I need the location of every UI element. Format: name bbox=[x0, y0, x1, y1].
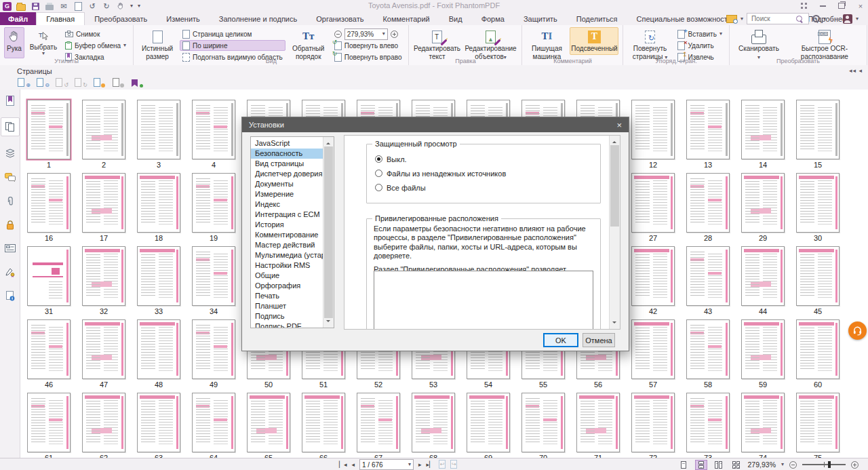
page-preview[interactable] bbox=[631, 246, 675, 306]
category-item[interactable]: Подпись PDF bbox=[251, 321, 323, 328]
dialog-close-icon[interactable]: × bbox=[614, 117, 625, 132]
page-preview[interactable] bbox=[192, 173, 235, 233]
page-thumbnail[interactable]: 63 bbox=[137, 393, 180, 458]
page-thumbnail[interactable]: 2 bbox=[82, 100, 125, 169]
category-item[interactable]: Орфография bbox=[251, 281, 323, 291]
signatures-panel-icon[interactable] bbox=[1, 265, 19, 279]
page-thumbnail[interactable]: 68 bbox=[412, 393, 455, 458]
page-preview[interactable] bbox=[686, 319, 730, 379]
category-item[interactable]: Печать bbox=[251, 291, 323, 301]
category-item[interactable]: Измерение bbox=[251, 189, 323, 199]
hand-tool-button[interactable]: Рука bbox=[4, 27, 24, 58]
page-thumbnail[interactable]: 14 bbox=[741, 100, 785, 169]
customize-qat-dropdown[interactable]: ▾ bbox=[138, 3, 140, 9]
page-preview[interactable] bbox=[741, 173, 785, 233]
undo-icon[interactable]: ↺ bbox=[87, 2, 97, 11]
collapse-all-panels-icon[interactable]: ◂◂ bbox=[849, 67, 856, 74]
page-thumbnail[interactable]: 16 bbox=[27, 173, 71, 242]
tab-8[interactable]: Форма bbox=[472, 12, 514, 25]
page-preview[interactable] bbox=[686, 393, 730, 452]
page-preview[interactable] bbox=[631, 319, 675, 379]
page-preview[interactable] bbox=[357, 393, 400, 452]
page-preview[interactable] bbox=[741, 319, 785, 379]
next-page-button[interactable]: ▸ bbox=[418, 461, 422, 468]
page-thumbnail[interactable]: 29 bbox=[741, 173, 785, 242]
page-thumbnail[interactable]: 15 bbox=[796, 100, 840, 169]
rotate-left-button[interactable]: ↺Повернуть влево bbox=[332, 40, 405, 51]
category-item[interactable]: Общие bbox=[251, 271, 323, 281]
zoom-percentage[interactable]: 279,93% bbox=[748, 461, 776, 469]
page-preview[interactable] bbox=[192, 246, 235, 306]
page-thumbnail[interactable]: 48 bbox=[137, 319, 180, 389]
open-file-icon[interactable] bbox=[16, 2, 26, 11]
zoom-slider[interactable] bbox=[802, 464, 846, 465]
print-icon[interactable] bbox=[45, 2, 54, 11]
zoom-dropdown[interactable]: ▾ bbox=[781, 462, 784, 467]
page-thumbnail[interactable]: 70 bbox=[521, 393, 565, 458]
protected-view-option[interactable]: Все файлы bbox=[375, 182, 506, 193]
enlarge-thumbnails-icon[interactable]: ⊕ bbox=[18, 77, 28, 87]
page-thumbnail[interactable]: 27 bbox=[631, 173, 675, 242]
page-thumbnail[interactable]: 59 bbox=[741, 319, 785, 389]
page-thumbnail[interactable]: 44 bbox=[741, 246, 785, 315]
category-item[interactable]: Вид страницы bbox=[251, 159, 323, 169]
page-thumbnail[interactable]: 71 bbox=[576, 393, 620, 458]
category-item[interactable]: Безопасность bbox=[251, 149, 323, 159]
fit-page-button[interactable]: Страница целиком bbox=[180, 28, 285, 39]
delete-pages-button[interactable]: ×Удалить bbox=[675, 40, 724, 51]
page-preview[interactable] bbox=[27, 393, 71, 452]
zoom-slider-thumb[interactable] bbox=[828, 461, 831, 468]
zoom-out-icon[interactable] bbox=[334, 31, 342, 38]
category-item[interactable]: Настройки RMS bbox=[251, 260, 323, 271]
page-thumbnail[interactable]: 57 bbox=[631, 319, 675, 389]
page-thumbnail[interactable]: 45 bbox=[796, 246, 840, 315]
last-page-button[interactable]: ▸▏ bbox=[427, 461, 434, 468]
page-thumbnail[interactable]: 34 bbox=[192, 246, 235, 315]
single-page-view-icon[interactable] bbox=[677, 460, 690, 470]
search-input[interactable] bbox=[750, 14, 796, 23]
continuous-view-icon[interactable] bbox=[695, 460, 707, 470]
page-preview[interactable] bbox=[796, 173, 840, 233]
select-tool-button[interactable]: T Выбрать▾ bbox=[27, 27, 60, 58]
tab-file[interactable]: Файл bbox=[0, 12, 36, 25]
category-item[interactable]: Документы bbox=[251, 179, 323, 189]
page-preview[interactable] bbox=[27, 173, 71, 233]
page-preview[interactable] bbox=[27, 246, 71, 306]
comments-panel-icon[interactable] bbox=[1, 170, 19, 184]
forward-chevron-icon[interactable]: ▹ bbox=[836, 15, 840, 22]
tab-3[interactable]: Изменить bbox=[157, 12, 210, 25]
fit-width-button[interactable]: По ширине bbox=[180, 40, 285, 51]
extract-page-tool-icon[interactable] bbox=[113, 77, 123, 87]
snapshot-button[interactable]: Снимок bbox=[62, 28, 129, 39]
hand-tool-dropdown[interactable]: ▾ bbox=[130, 3, 133, 9]
page-preview[interactable] bbox=[137, 100, 180, 159]
page-thumbnail[interactable]: 3 bbox=[137, 100, 180, 169]
tab-6[interactable]: Комментарий bbox=[373, 12, 439, 25]
page-thumbnail[interactable]: 33 bbox=[137, 246, 180, 315]
page-thumbnail[interactable]: 19 bbox=[192, 173, 235, 242]
tab-1[interactable]: Главная bbox=[36, 12, 85, 25]
tab-2[interactable]: Преобразовать bbox=[85, 12, 157, 25]
first-page-button[interactable]: ▏◂ bbox=[339, 461, 347, 468]
page-thumbnail[interactable]: 1 bbox=[27, 100, 71, 169]
bookmarks-panel-icon[interactable] bbox=[1, 94, 19, 107]
search-folder-icon[interactable] bbox=[726, 15, 737, 23]
page-preview[interactable] bbox=[82, 246, 125, 306]
fields-panel-icon[interactable] bbox=[1, 241, 19, 255]
page-preview[interactable] bbox=[247, 393, 290, 452]
tab-11[interactable]: Специальные возможности bbox=[627, 12, 741, 25]
page-preview[interactable] bbox=[302, 393, 345, 452]
edit-document-icon[interactable] bbox=[73, 2, 83, 11]
cancel-button[interactable]: Отмена bbox=[583, 333, 615, 347]
page-preview[interactable] bbox=[796, 319, 840, 379]
page-thumbnail[interactable]: 18 bbox=[137, 173, 180, 242]
page-preview[interactable] bbox=[741, 393, 785, 452]
tab-9[interactable]: Защитить bbox=[514, 12, 567, 25]
page-thumbnail[interactable]: 65 bbox=[247, 393, 290, 458]
tab-7[interactable]: Вид bbox=[439, 12, 472, 25]
layers-panel-icon[interactable] bbox=[1, 146, 19, 160]
category-item[interactable]: Комментирование bbox=[251, 230, 323, 240]
category-item[interactable]: Мастер действий bbox=[251, 240, 323, 250]
category-item[interactable]: Диспетчер доверия bbox=[251, 169, 323, 179]
page-preview[interactable] bbox=[686, 100, 730, 159]
